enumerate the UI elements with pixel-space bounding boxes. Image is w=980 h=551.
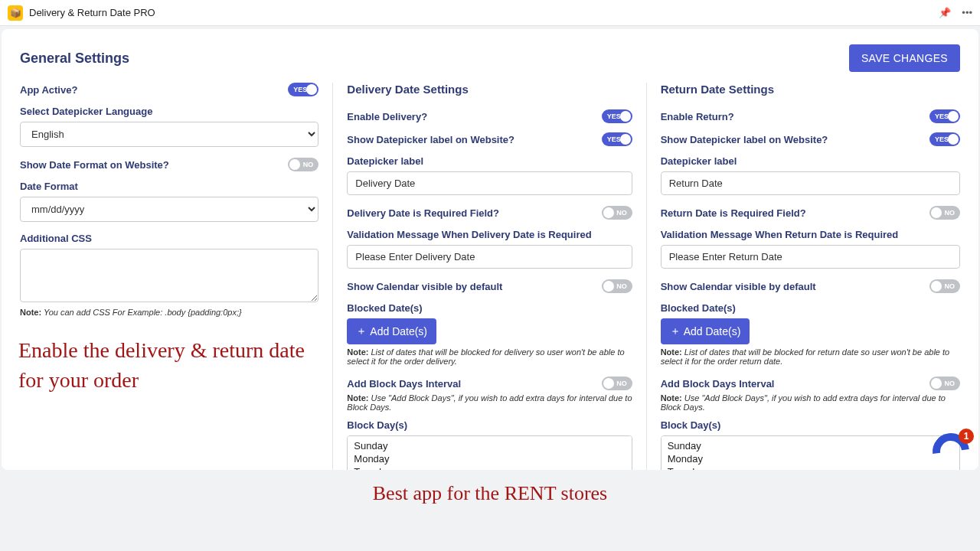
delivery-show-label-toggle[interactable]: YES <box>602 132 632 146</box>
delivery-add-dates-button[interactable]: ＋Add Date(s) <box>347 318 436 344</box>
date-format-label: Date Format <box>20 181 318 192</box>
app-active-label: App Active? <box>20 84 77 96</box>
return-required-label: Return Date is Required Field? <box>661 207 806 219</box>
delivery-required-label: Delivery Date is Required Field? <box>347 207 499 219</box>
delivery-block-interval-label: Add Block Days Interval <box>347 378 461 390</box>
delivery-calendar-default-label: Show Calendar visible by default <box>347 281 502 292</box>
page-card: General Settings SAVE CHANGES App Active… <box>2 29 978 470</box>
return-block-days-label: Block Day(s) <box>661 419 960 431</box>
app-active-toggle[interactable]: YES <box>288 83 318 96</box>
delivery-section-title: Delivery Date Settings <box>347 83 632 96</box>
enable-delivery-toggle[interactable]: YES <box>602 109 632 123</box>
delivery-required-toggle[interactable]: NO <box>602 206 632 220</box>
language-select[interactable]: English <box>20 122 318 147</box>
return-required-toggle[interactable]: NO <box>929 206 960 220</box>
enable-delivery-label: Enable Delivery? <box>347 111 427 122</box>
return-validation-label: Validation Message When Return Date is R… <box>661 229 960 240</box>
return-section-title: Return Date Settings <box>661 83 960 96</box>
general-settings-column: App Active? YES Select Datepicker Langua… <box>20 83 333 470</box>
return-calendar-default-toggle[interactable]: NO <box>929 279 960 293</box>
app-icon: 📦 <box>8 5 23 21</box>
return-show-label-label: Show Datepicker label on Website? <box>661 134 828 145</box>
promo-text-2: Best app for the RENT stores <box>0 482 980 505</box>
return-add-dates-button[interactable]: ＋Add Date(s) <box>661 318 750 344</box>
delivery-block-days-label: Block Day(s) <box>347 419 632 431</box>
plus-icon: ＋ <box>670 324 681 338</box>
delivery-validation-input[interactable] <box>347 245 632 269</box>
delivery-show-label-label: Show Datepicker label on Website? <box>347 134 514 145</box>
pin-icon[interactable]: 📌 <box>939 7 951 18</box>
return-blocked-label: Blocked Date(s) <box>661 302 960 314</box>
return-block-days-list[interactable]: Sunday Monday Tuesday Wednesday <box>661 435 960 470</box>
delivery-validation-label: Validation Message When Delivery Date is… <box>347 229 632 240</box>
chat-fab[interactable]: 1 <box>933 433 969 470</box>
date-format-select[interactable]: mm/dd/yyyy <box>20 197 318 222</box>
return-show-label-toggle[interactable]: YES <box>929 132 960 146</box>
return-dplabel-label: Datepicker label <box>661 155 960 167</box>
show-format-toggle[interactable]: NO <box>288 158 318 171</box>
return-block-interval-toggle[interactable]: NO <box>929 377 960 390</box>
delivery-blocked-label: Blocked Date(s) <box>347 302 632 314</box>
delivery-calendar-default-toggle[interactable]: NO <box>602 279 632 293</box>
page-title: General Settings <box>20 51 129 67</box>
return-settings-column: Return Date Settings Enable Return? YES … <box>647 83 960 470</box>
return-block-interval-label: Add Block Days Interval <box>661 378 775 390</box>
topbar: 📦 Delivery & Return Date PRO 📌 ••• <box>0 0 980 26</box>
plus-icon: ＋ <box>356 324 367 338</box>
additional-css-input[interactable] <box>20 249 318 302</box>
delivery-block-interval-toggle[interactable]: NO <box>602 377 632 390</box>
return-dplabel-input[interactable] <box>661 171 960 195</box>
enable-return-label: Enable Return? <box>661 111 734 122</box>
save-button[interactable]: SAVE CHANGES <box>849 44 960 72</box>
app-title: Delivery & Return Date PRO <box>29 7 155 18</box>
show-format-label: Show Date Format on Website? <box>20 159 169 171</box>
return-validation-input[interactable] <box>661 245 960 269</box>
delivery-settings-column: Delivery Date Settings Enable Delivery? … <box>333 83 646 470</box>
language-label: Select Datepicker Language <box>20 106 318 117</box>
more-icon[interactable]: ••• <box>962 7 972 18</box>
delivery-dplabel-label: Datepicker label <box>347 155 632 167</box>
return-calendar-default-label: Show Calendar visible by default <box>661 281 816 292</box>
additional-css-label: Additional CSS <box>20 233 318 244</box>
delivery-block-days-list[interactable]: Sunday Monday Tuesday Wednesday <box>347 435 632 470</box>
promo-text-1: Enable the delivery & return date for yo… <box>18 335 305 395</box>
chat-badge: 1 <box>959 429 974 444</box>
delivery-dplabel-input[interactable] <box>347 171 632 195</box>
enable-return-toggle[interactable]: YES <box>929 109 960 123</box>
